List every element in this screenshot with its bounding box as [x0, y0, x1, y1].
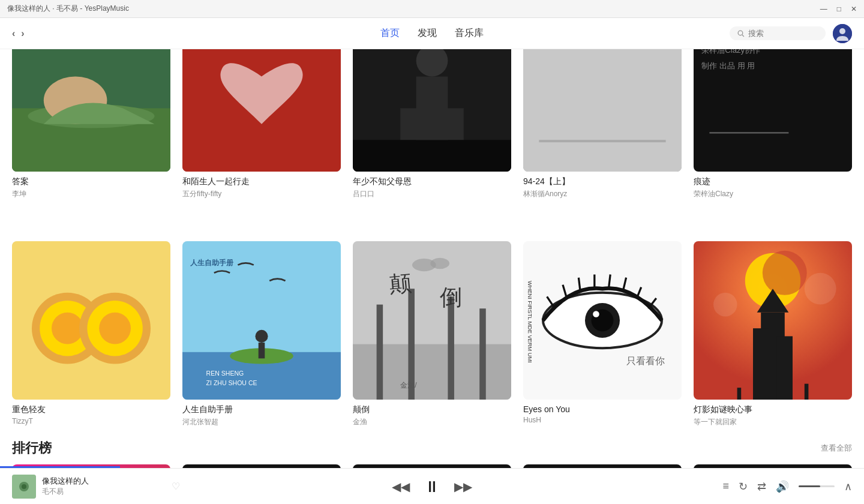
- album-cover-deng-ying: [694, 241, 852, 400]
- album-title-zhong-se: 重色轻友: [12, 404, 170, 415]
- album-cover-eyes: WHENI FIRSTL MDE VERM UMI 只看看你: [523, 241, 682, 400]
- maximize-button[interactable]: □: [837, 5, 841, 13]
- charts-section-header: 排行榜 查看全部: [12, 439, 852, 457]
- svg-rect-72: [777, 336, 793, 400]
- player-track-artist: 毛不易: [42, 487, 161, 497]
- expand-icon[interactable]: ∧: [844, 480, 852, 493]
- svg-text:WHENI FIRSTL MDE VERM UMI: WHENI FIRSTL MDE VERM UMI: [527, 281, 533, 363]
- album-title-he-sheng: 和陌生人一起行走: [182, 176, 341, 187]
- player-right-controls: ≡ ↻ ⇄ 🔊 ∧: [722, 480, 852, 493]
- player-bar: 像我这样的人 毛不易 ♡ ◀◀ ⏸ ▶▶ ≡ ↻ ⇄ 🔊 ∧: [0, 468, 864, 504]
- album-card-hen-ji[interactable]: 荣梓油Clazy协作 制作 出品 用 用 痕迹 荣梓油Clazy: [694, 49, 852, 199]
- album-card-zhong-se[interactable]: 重色轻友 TizzyT: [12, 241, 170, 427]
- album-artist-ren-sheng: 河北张智超: [182, 417, 341, 427]
- album-cover-94-24: [523, 49, 682, 172]
- back-button[interactable]: ‹: [12, 28, 15, 39]
- album-artist-dian-dao: 金渔: [353, 417, 511, 427]
- player-thumbnail: [12, 475, 36, 499]
- prev-button[interactable]: ◀◀: [392, 481, 410, 493]
- album-title-eyes: Eyes on You: [523, 404, 682, 414]
- album-card-deng-ying[interactable]: 灯影如谜映心事 等一下就回家: [694, 241, 852, 427]
- album-artist-eyes: HusH: [523, 416, 682, 424]
- svg-text:颠: 颠: [388, 271, 412, 297]
- svg-rect-41: [353, 344, 511, 400]
- album-card-eyes[interactable]: WHENI FIRSTL MDE VERM UMI 只看看你 Eyes on Y…: [523, 241, 682, 427]
- svg-text:荣梓油Clazy协作: 荣梓油Clazy协作: [701, 49, 760, 55]
- playback-progress: [0, 466, 120, 468]
- svg-text:金渔/: 金渔/: [400, 381, 417, 389]
- svg-rect-42: [377, 305, 383, 400]
- player-controls: ◀◀ ⏸ ▶▶: [392, 479, 472, 494]
- album-card-ren-sheng[interactable]: 人生自助手册 REN SHENG ZI ZHU SHOU CE 人生自助手册 河…: [182, 241, 341, 427]
- album-artist-nian-shao: 吕口口: [353, 189, 511, 199]
- volume-fill: [799, 485, 820, 487]
- search-box[interactable]: [730, 26, 826, 40]
- album-title-dian-dao: 颠倒: [353, 404, 511, 415]
- svg-rect-19: [523, 49, 682, 172]
- svg-point-35: [255, 330, 268, 343]
- svg-point-55: [593, 311, 599, 317]
- see-all-charts[interactable]: 查看全部: [821, 443, 852, 454]
- album-cover-nian-shao: [353, 49, 511, 172]
- svg-point-74: [805, 273, 836, 305]
- next-button[interactable]: ▶▶: [454, 481, 472, 493]
- svg-line-1: [742, 35, 744, 37]
- nav-home[interactable]: 首页: [380, 27, 400, 40]
- album-card-he-sheng[interactable]: 感 知 记忆 和陌生人一起行走 五分fifty-fifty: [182, 49, 341, 199]
- album-title-deng-ying: 灯影如谜映心事: [694, 404, 852, 415]
- album-cover-da-an: [12, 49, 170, 172]
- svg-point-68: [763, 251, 807, 295]
- player-track-title: 像我这样的人: [42, 476, 161, 487]
- nav-arrows: ‹ ›: [12, 28, 25, 39]
- album-artist-94-24: 林渐循Anoryz: [523, 189, 682, 199]
- titlebar-title: 像我这样的人 · 毛不易 - YesPlayMusic: [7, 4, 129, 14]
- volume-icon[interactable]: 🔊: [776, 480, 789, 493]
- refresh-icon[interactable]: ↻: [739, 480, 748, 493]
- svg-rect-75: [737, 388, 742, 400]
- album-card-94-24[interactable]: 94-24【上】 林渐循Anoryz: [523, 49, 682, 199]
- album-cover-ren-sheng: 人生自助手册 REN SHENG ZI ZHU SHOU CE: [182, 241, 341, 400]
- mid-albums-grid: 重色轻友 TizzyT: [12, 241, 852, 427]
- titlebar: 像我这样的人 · 毛不易 - YesPlayMusic — □ ✕: [0, 0, 864, 18]
- svg-rect-44: [448, 296, 454, 400]
- queue-icon[interactable]: ≡: [722, 480, 729, 493]
- like-button[interactable]: ♡: [172, 481, 180, 492]
- svg-point-49: [430, 258, 449, 269]
- search-icon: [737, 29, 745, 37]
- nav-library[interactable]: 音乐库: [455, 27, 484, 40]
- avatar[interactable]: [833, 24, 852, 43]
- album-cover-he-sheng: 感 知 记忆: [182, 49, 341, 172]
- search-input[interactable]: [748, 29, 808, 38]
- album-card-da-an[interactable]: 答案 李坤: [12, 49, 170, 199]
- album-title-hen-ji: 痕迹: [694, 176, 852, 187]
- svg-text:只看看你: 只看看你: [626, 356, 665, 366]
- minimize-button[interactable]: —: [820, 5, 827, 13]
- close-button[interactable]: ✕: [851, 5, 857, 13]
- play-pause-button[interactable]: ⏸: [424, 479, 440, 494]
- svg-point-3: [839, 28, 845, 34]
- forward-button[interactable]: ›: [21, 28, 24, 39]
- nav-right: [730, 24, 852, 43]
- svg-text:ZI ZHU SHOU CE: ZI ZHU SHOU CE: [206, 379, 257, 386]
- svg-point-101: [22, 484, 26, 489]
- svg-rect-76: [805, 384, 809, 400]
- album-card-dian-dao[interactable]: 颠 倒 金渔/ 颠倒 金渔: [353, 241, 511, 427]
- nav-links: 首页 发现 音乐库: [380, 27, 484, 40]
- album-artist-hen-ji: 荣梓油Clazy: [694, 189, 852, 199]
- top-albums-grid: 答案 李坤 感 知 记忆 和陌生人一起行走 五分fifty-fifty: [12, 49, 852, 199]
- album-cover-zhong-se: [12, 241, 170, 400]
- album-title-94-24: 94-24【上】: [523, 176, 682, 187]
- shuffle-icon[interactable]: ⇄: [757, 480, 766, 493]
- navbar: ‹ › 首页 发现 音乐库: [0, 18, 864, 49]
- album-cover-dian-dao: 颠 倒 金渔/: [353, 241, 511, 400]
- nav-discover[interactable]: 发现: [418, 27, 437, 40]
- svg-point-0: [738, 31, 743, 35]
- volume-slider[interactable]: [799, 485, 835, 487]
- svg-rect-14: [353, 140, 511, 172]
- svg-text:人生自助手册: 人生自助手册: [190, 259, 234, 267]
- album-title-nian-shao: 年少不知父母恩: [353, 176, 511, 187]
- player-track-info: 像我这样的人 毛不易 ♡: [12, 475, 180, 499]
- album-title-da-an: 答案: [12, 176, 170, 187]
- album-card-nian-shao[interactable]: 年少不知父母恩 吕口口: [353, 49, 511, 199]
- svg-point-73: [713, 293, 737, 317]
